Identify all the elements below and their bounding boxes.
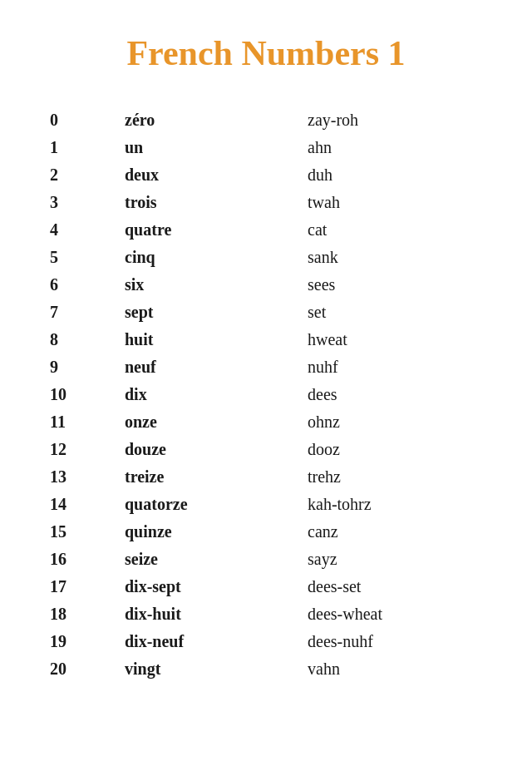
french-cell: un <box>125 134 308 161</box>
pronunciation-cell: dees-wheat <box>308 600 482 628</box>
pronunciation-cell: hweat <box>308 326 482 353</box>
table-row: 18dix-huitdees-wheat <box>50 600 482 628</box>
table-row: 5cinqsank <box>50 244 482 271</box>
number-cell: 14 <box>50 491 125 518</box>
number-cell: 7 <box>50 299 125 326</box>
number-cell: 10 <box>50 381 125 408</box>
number-cell: 19 <box>50 628 125 655</box>
table-row: 10dixdees <box>50 381 482 408</box>
pronunciation-cell: twah <box>308 189 482 216</box>
table-row: 13treizetrehz <box>50 463 482 491</box>
pronunciation-cell: vahn <box>308 655 482 683</box>
table-row: 4quatrecat <box>50 216 482 244</box>
number-cell: 12 <box>50 436 125 463</box>
number-cell: 0 <box>50 106 125 134</box>
french-cell: huit <box>125 326 308 353</box>
page-container: French Numbers 1 0zérozay-roh1unahn2deux… <box>0 0 532 733</box>
table-row: 14quatorzekah-tohrz <box>50 491 482 518</box>
french-cell: six <box>125 271 308 299</box>
number-cell: 17 <box>50 573 125 600</box>
french-cell: dix-sept <box>125 573 308 600</box>
table-row: 12douzedooz <box>50 436 482 463</box>
pronunciation-cell: kah-tohrz <box>308 491 482 518</box>
french-cell: dix-neuf <box>125 628 308 655</box>
pronunciation-cell: trehz <box>308 463 482 491</box>
pronunciation-cell: dees-set <box>308 573 482 600</box>
number-cell: 13 <box>50 463 125 491</box>
number-cell: 8 <box>50 326 125 353</box>
table-row: 9neufnuhf <box>50 353 482 381</box>
number-cell: 9 <box>50 353 125 381</box>
french-cell: vingt <box>125 655 308 683</box>
french-cell: sept <box>125 299 308 326</box>
number-cell: 2 <box>50 161 125 189</box>
pronunciation-cell: duh <box>308 161 482 189</box>
table-row: 15quinzecanz <box>50 518 482 546</box>
french-cell: neuf <box>125 353 308 381</box>
pronunciation-cell: dees <box>308 381 482 408</box>
table-row: 16seizesayz <box>50 546 482 573</box>
page-title: French Numbers 1 <box>50 33 482 73</box>
number-cell: 20 <box>50 655 125 683</box>
number-cell: 1 <box>50 134 125 161</box>
table-row: 19dix-neufdees-nuhf <box>50 628 482 655</box>
number-cell: 6 <box>50 271 125 299</box>
pronunciation-cell: cat <box>308 216 482 244</box>
number-cell: 18 <box>50 600 125 628</box>
pronunciation-cell: sayz <box>308 546 482 573</box>
french-cell: treize <box>125 463 308 491</box>
table-row: 2deuxduh <box>50 161 482 189</box>
pronunciation-cell: sank <box>308 244 482 271</box>
number-cell: 4 <box>50 216 125 244</box>
pronunciation-cell: nuhf <box>308 353 482 381</box>
pronunciation-cell: canz <box>308 518 482 546</box>
french-cell: cinq <box>125 244 308 271</box>
table-row: 6sixsees <box>50 271 482 299</box>
pronunciation-cell: dees-nuhf <box>308 628 482 655</box>
number-cell: 15 <box>50 518 125 546</box>
table-row: 7septset <box>50 299 482 326</box>
table-row: 3troistwah <box>50 189 482 216</box>
french-cell: quatre <box>125 216 308 244</box>
french-cell: seize <box>125 546 308 573</box>
table-row: 20vingtvahn <box>50 655 482 683</box>
number-cell: 16 <box>50 546 125 573</box>
pronunciation-cell: sees <box>308 271 482 299</box>
pronunciation-cell: set <box>308 299 482 326</box>
pronunciation-cell: dooz <box>308 436 482 463</box>
table-row: 11onzeohnz <box>50 408 482 436</box>
table-row: 8huithweat <box>50 326 482 353</box>
french-cell: zéro <box>125 106 308 134</box>
french-cell: trois <box>125 189 308 216</box>
table-row: 17dix-septdees-set <box>50 573 482 600</box>
french-cell: douze <box>125 436 308 463</box>
table-row: 0zérozay-roh <box>50 106 482 134</box>
french-cell: dix-huit <box>125 600 308 628</box>
pronunciation-cell: ohnz <box>308 408 482 436</box>
number-cell: 3 <box>50 189 125 216</box>
table-row: 1unahn <box>50 134 482 161</box>
french-cell: dix <box>125 381 308 408</box>
french-cell: quinze <box>125 518 308 546</box>
number-cell: 5 <box>50 244 125 271</box>
french-cell: deux <box>125 161 308 189</box>
numbers-table: 0zérozay-roh1unahn2deuxduh3troistwah4qua… <box>50 106 482 683</box>
pronunciation-cell: zay-roh <box>308 106 482 134</box>
number-cell: 11 <box>50 408 125 436</box>
french-cell: onze <box>125 408 308 436</box>
french-cell: quatorze <box>125 491 308 518</box>
pronunciation-cell: ahn <box>308 134 482 161</box>
